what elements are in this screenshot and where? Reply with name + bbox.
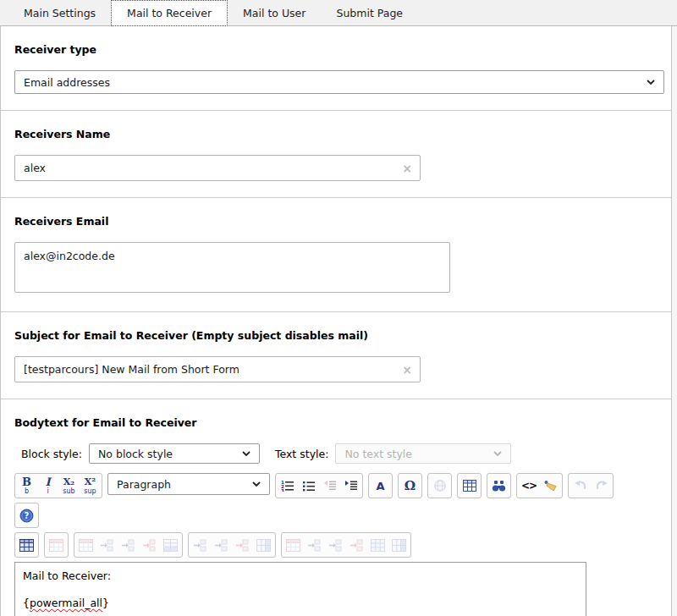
column-split-button[interactable]	[253, 534, 274, 556]
editor-token-line: {powermail_all}	[23, 596, 578, 611]
column-delete-button[interactable]	[232, 534, 253, 556]
view-source-button[interactable]: <>	[518, 475, 540, 497]
subject-field-wrap: ×	[14, 356, 421, 382]
tab-mail-to-receiver[interactable]: Mail to Receiver	[111, 0, 228, 26]
block-style-selected-value: No block style	[98, 448, 173, 460]
clean-word-button[interactable]	[540, 475, 561, 497]
receivers-email-textarea[interactable]: alex@in2code.de	[14, 242, 450, 293]
table-properties-button[interactable]	[46, 534, 67, 556]
toggle-table-borders-button[interactable]	[16, 534, 37, 556]
unordered-list-icon	[302, 480, 316, 492]
table-properties-icon	[49, 539, 63, 552]
binoculars-icon	[492, 480, 506, 492]
section-receivers-email: Receivers Email alex@in2code.de	[1, 198, 671, 312]
row-split-icon	[163, 539, 178, 552]
text-style-select: No text style	[335, 443, 511, 464]
unordered-list-button[interactable]	[298, 475, 319, 497]
row-insert-above-icon	[100, 539, 114, 552]
special-character-group: Ω	[398, 473, 422, 498]
help-group: ?	[14, 503, 39, 528]
receiver-type-select[interactable]: Email addresses	[14, 70, 664, 94]
cell-insert-after-button[interactable]	[325, 534, 346, 556]
clear-field-icon[interactable]: ×	[402, 162, 412, 174]
row-insert-above-button[interactable]	[96, 534, 118, 556]
cell-delete-icon	[350, 539, 364, 552]
subscript-icon: X₂	[63, 477, 74, 487]
source-code-icon: <>	[521, 481, 537, 491]
block-style-select[interactable]: No block style	[89, 443, 260, 464]
insert-table-button[interactable]	[459, 475, 480, 497]
toggle-table-borders-icon	[19, 539, 34, 552]
row-delete-icon	[142, 539, 157, 552]
special-character-icon: Ω	[405, 480, 416, 492]
tab-main-settings[interactable]: Main Settings	[8, 0, 111, 25]
svg-text:3: 3	[281, 488, 284, 492]
tab-bar: Main Settings Mail to Receiver Mail to U…	[0, 0, 677, 26]
table-toolbar-group	[188, 532, 276, 558]
spellcheck-underlined-token: powermail_all	[30, 597, 102, 609]
column-insert-after-button[interactable]	[211, 534, 232, 556]
section-bodytext: Bodytext for Email to Receiver Block sty…	[1, 399, 671, 616]
help-button[interactable]: ?	[16, 504, 37, 526]
help-icon: ?	[19, 509, 34, 523]
tab-submit-page[interactable]: Submit Page	[321, 0, 418, 25]
cell-delete-button[interactable]	[346, 534, 367, 556]
find-replace-button[interactable]	[488, 475, 509, 497]
insert-link-button[interactable]	[429, 475, 450, 497]
outdent-button[interactable]	[319, 475, 340, 497]
table-toolbar-group	[74, 532, 183, 558]
rte-toolbar-row-1: B b I i X₂ sub X² sup Paragraph	[14, 473, 658, 498]
cell-merge-button[interactable]	[367, 534, 388, 556]
ordered-list-button[interactable]: 1 2 3	[277, 475, 298, 497]
row-delete-button[interactable]	[139, 534, 160, 556]
source-clean-group: <>	[516, 473, 563, 498]
text-style-selected-value: No text style	[344, 448, 412, 460]
receivers-name-field-wrap: ×	[14, 155, 421, 181]
chevron-down-icon	[647, 80, 655, 85]
cell-split-button[interactable]	[388, 534, 410, 556]
row-properties-icon	[79, 539, 93, 552]
ordered-list-icon: 1 2 3	[281, 480, 294, 492]
special-character-button[interactable]: Ω	[399, 475, 421, 497]
subject-input[interactable]	[14, 356, 421, 382]
indent-button[interactable]	[340, 475, 361, 497]
receivers-name-input[interactable]	[14, 155, 421, 181]
row-properties-button[interactable]	[75, 534, 96, 556]
subject-label: Subject for Email to Receiver (Empty sub…	[14, 329, 658, 342]
column-insert-before-button[interactable]	[190, 534, 211, 556]
paragraph-format-select[interactable]: Paragraph	[107, 473, 270, 495]
insert-table-group	[457, 473, 482, 498]
row-insert-under-button[interactable]	[118, 534, 139, 556]
redo-button[interactable]	[591, 475, 612, 497]
receivers-name-label: Receivers Name	[14, 128, 658, 140]
rte-editor-area[interactable]: Mail to Receiver: {powermail_all}	[14, 562, 586, 616]
editor-blank-line	[23, 584, 578, 596]
bold-button[interactable]: B b	[16, 475, 37, 497]
cell-insert-before-button[interactable]	[304, 534, 325, 556]
superscript-icon: X²	[85, 477, 96, 487]
column-split-icon	[256, 539, 271, 552]
tab-mail-to-user[interactable]: Mail to User	[228, 0, 321, 25]
chevron-down-icon	[242, 451, 250, 456]
insert-link-group	[427, 473, 452, 498]
cell-insert-before-icon	[307, 539, 322, 552]
italic-icon: I	[45, 477, 50, 487]
block-style-label: Block style:	[21, 448, 82, 460]
subscript-button[interactable]: X₂ sub	[58, 475, 80, 497]
table-toolbar-group	[281, 532, 411, 558]
undo-button[interactable]	[570, 475, 591, 497]
receiver-type-selected-value: Email addresses	[24, 76, 110, 89]
clear-field-icon[interactable]: ×	[402, 364, 412, 376]
bold-icon: B	[22, 477, 31, 487]
text-style-label: Text style:	[275, 448, 328, 460]
superscript-button[interactable]: X² sup	[80, 475, 101, 497]
cell-insert-after-icon	[328, 539, 343, 552]
table-toolbar-group	[14, 532, 39, 558]
undo-redo-group	[568, 473, 614, 498]
row-split-button[interactable]	[160, 534, 181, 556]
paragraph-format-selected-value: Paragraph	[117, 478, 171, 491]
italic-button[interactable]: I i	[37, 475, 58, 497]
cell-properties-button[interactable]	[283, 534, 304, 556]
text-color-button[interactable]: A	[370, 475, 391, 497]
column-delete-icon	[235, 539, 250, 552]
